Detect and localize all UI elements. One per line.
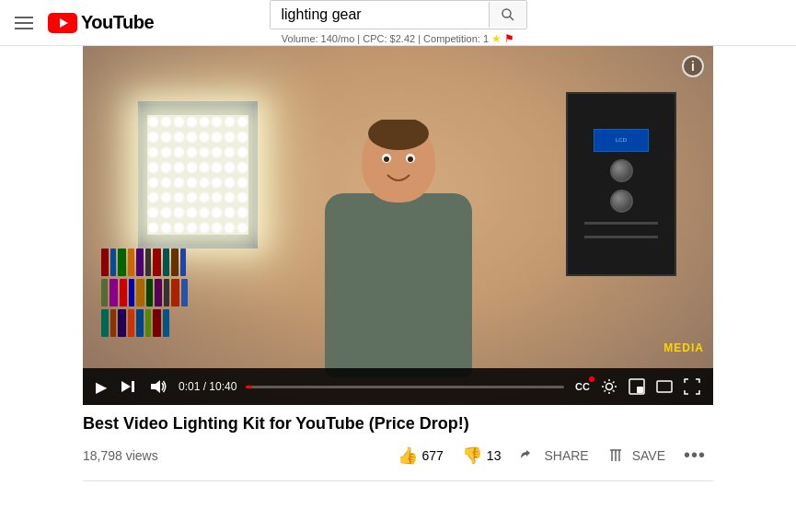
- star-icon: ★: [491, 32, 502, 45]
- miniplayer-icon: [629, 378, 645, 395]
- cc-button[interactable]: CC: [573, 379, 592, 394]
- flag-icon: ⚑: [504, 32, 514, 45]
- header-left: YouTube: [15, 12, 154, 33]
- media-watermark: MEDIA: [663, 341, 704, 354]
- equipment-knob: [610, 159, 633, 182]
- settings-icon: [601, 378, 617, 395]
- video-player[interactable]: LCD: [83, 46, 713, 405]
- volume-icon: [149, 377, 167, 396]
- light-panel: [138, 101, 258, 249]
- progress-bar[interactable]: [246, 386, 564, 388]
- more-icon: •••: [684, 445, 706, 466]
- controls-right: CC: [573, 376, 702, 397]
- cc-button-wrapper: CC: [573, 379, 592, 394]
- svg-point-2: [502, 9, 511, 17]
- like-count: 677: [422, 448, 444, 463]
- svg-point-8: [384, 156, 389, 162]
- header: YouTube Volume: 140/mo | CPC: $2.42 | Co…: [0, 0, 796, 46]
- share-button[interactable]: SHARE: [512, 442, 595, 469]
- svg-rect-11: [132, 381, 134, 392]
- youtube-logo[interactable]: YouTube: [48, 12, 154, 33]
- svg-marker-12: [151, 380, 160, 393]
- theater-icon: [656, 380, 673, 393]
- person-head: [362, 120, 435, 202]
- miniplayer-button[interactable]: [627, 376, 647, 397]
- fullscreen-button[interactable]: [682, 376, 702, 397]
- video-container: LCD: [83, 46, 713, 405]
- search-icon: [501, 7, 515, 22]
- cc-red-dot: [589, 376, 594, 382]
- more-button[interactable]: •••: [676, 439, 713, 471]
- light-panel-grid: [147, 115, 248, 235]
- fullscreen-icon: [684, 378, 700, 395]
- video-thumbnail: LCD: [83, 46, 713, 405]
- like-icon: 👍: [398, 445, 418, 466]
- svg-line-3: [510, 17, 513, 20]
- info-button[interactable]: i: [682, 55, 704, 77]
- youtube-logo-icon: [48, 13, 77, 33]
- hamburger-menu-icon[interactable]: [15, 17, 33, 29]
- svg-point-9: [408, 156, 413, 162]
- theater-button[interactable]: [654, 378, 675, 395]
- divider: [83, 480, 713, 481]
- svg-rect-16: [657, 381, 672, 392]
- right-equipment: LCD: [566, 92, 676, 276]
- skip-icon: [120, 378, 136, 395]
- svg-point-13: [606, 384, 613, 390]
- action-buttons: 👍 677 👎 13 SHARE SAVE: [390, 439, 714, 471]
- share-icon: [519, 447, 536, 464]
- video-title: Best Video Lighting Kit for YouTube (Pri…: [83, 414, 713, 434]
- dislike-count: 13: [487, 448, 502, 463]
- search-input[interactable]: [271, 1, 489, 29]
- search-bar: [270, 0, 527, 29]
- view-count: 18,798 views: [83, 448, 158, 463]
- skip-button[interactable]: [118, 376, 138, 397]
- person-figure: [306, 120, 490, 377]
- search-hint: Volume: 140/mo | CPC: $2.42 | Competitio…: [282, 32, 514, 45]
- time-display: 0:01 / 10:40: [179, 380, 236, 393]
- settings-button[interactable]: [599, 376, 619, 397]
- dislike-icon: 👎: [462, 445, 482, 466]
- equipment-knob-2: [610, 190, 633, 213]
- controls-bar: ▶ 0:01 / 10:40 CC: [83, 368, 713, 405]
- progress-filled: [246, 386, 252, 388]
- svg-rect-15: [637, 387, 643, 393]
- youtube-logo-text: YouTube: [81, 12, 154, 33]
- play-button[interactable]: ▶: [94, 376, 109, 398]
- svg-marker-10: [121, 381, 131, 392]
- search-area: Volume: 140/mo | CPC: $2.42 | Competitio…: [270, 0, 527, 45]
- video-meta-row: 18,798 views 👍 677 👎 13 SHARE: [83, 439, 713, 471]
- save-button[interactable]: SAVE: [600, 442, 673, 469]
- volume-button[interactable]: [147, 376, 169, 398]
- equipment-screen: LCD: [594, 129, 649, 152]
- save-icon: [607, 447, 624, 464]
- like-button[interactable]: 👍 677: [390, 440, 451, 471]
- dislike-button[interactable]: 👎 13: [455, 440, 509, 471]
- video-info: Best Video Lighting Kit for YouTube (Pri…: [83, 414, 713, 471]
- person-body: [325, 193, 472, 377]
- search-button[interactable]: [489, 2, 526, 28]
- bookshelf: [101, 249, 202, 359]
